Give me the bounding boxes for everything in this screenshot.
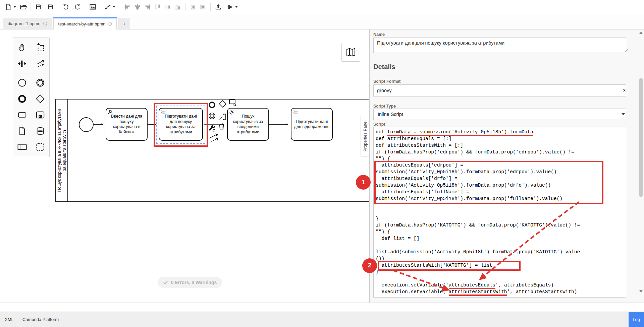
hand-tool-icon[interactable] xyxy=(13,40,31,56)
context-pad-append-gateway-icon[interactable] xyxy=(218,100,227,110)
code-line: def list = [] xyxy=(376,236,626,242)
unsaved-indicator-icon[interactable] xyxy=(43,22,47,25)
create-data-object-icon[interactable] xyxy=(13,123,31,139)
user-task-enter-data[interactable]: Ввести дані для пошуку користувача в Кей… xyxy=(106,108,148,141)
script-task-prepare-search-data[interactable]: Підготувати дані для пошуку користувача … xyxy=(159,108,203,141)
align-left-icon[interactable] xyxy=(122,2,132,12)
script-task-icon xyxy=(161,110,166,115)
script-format-input[interactable] xyxy=(373,84,626,96)
properties-panel-toggle-label: Properties Panel xyxy=(361,115,369,157)
properties-panel-toggle[interactable]: Properties Panel xyxy=(361,115,369,156)
xml-toggle[interactable]: XML xyxy=(5,317,14,322)
code-line: attributesEquals['edrpou'] = xyxy=(376,162,626,169)
context-pad-append-task-icon[interactable] xyxy=(228,99,236,108)
create-start-event-icon[interactable] xyxy=(13,75,31,91)
space-tool-icon[interactable] xyxy=(13,56,31,72)
task-label: Пошук користувачів за введеними атрибута… xyxy=(229,114,267,135)
context-pad-change-type-wrench-icon[interactable] xyxy=(208,124,216,133)
save-as-icon[interactable] xyxy=(45,2,55,12)
unsaved-indicator-icon[interactable] xyxy=(108,22,112,26)
align-center-icon[interactable] xyxy=(132,2,143,12)
minimap-toggle-button[interactable] xyxy=(341,43,360,62)
redo-icon[interactable] xyxy=(72,2,83,12)
panel-scrollbar[interactable] xyxy=(639,29,643,303)
lasso-tool-icon[interactable] xyxy=(31,40,49,56)
scroll-up-icon[interactable] xyxy=(639,31,643,34)
start-event[interactable] xyxy=(79,117,94,132)
create-end-event-icon[interactable] xyxy=(13,91,31,107)
context-pad-delete-trash-icon[interactable] xyxy=(218,123,225,132)
start-instance-icon[interactable] xyxy=(225,2,235,12)
chevron-down-icon xyxy=(622,113,625,115)
open-icon[interactable] xyxy=(18,2,28,12)
bottom-spacer xyxy=(0,303,644,312)
create-intermediate-event-icon[interactable] xyxy=(31,75,49,91)
create-gateway-icon[interactable] xyxy=(31,91,49,107)
context-pad-text-annotation-icon[interactable] xyxy=(218,113,227,123)
code-line: submission('Activity_0p5i18h').formData.… xyxy=(376,169,626,176)
script-editor[interactable]: def formData = submission('Activity_0p5i… xyxy=(373,127,626,298)
code-line: ()) xyxy=(376,256,626,262)
scrollbar-thumb[interactable] xyxy=(639,78,643,197)
bpmn-canvas[interactable]: Пошук користувача в киклок за атрібутами… xyxy=(0,29,369,303)
task-label: Ввести дані для пошуку користувача в Кей… xyxy=(108,114,145,135)
log-button[interactable]: Log xyxy=(629,312,644,327)
align-bottom-icon[interactable] xyxy=(173,2,183,12)
task-label: Підготувати дані для відображення xyxy=(293,119,330,130)
scroll-down-icon[interactable] xyxy=(639,290,643,292)
create-subprocess-icon[interactable] xyxy=(31,107,49,123)
tab-test-search-by-attr[interactable]: test-search-by-attr.bpmn xyxy=(53,17,117,29)
align-middle-icon[interactable] xyxy=(163,2,173,12)
red-underlined-code: attributesEquals xyxy=(449,282,495,289)
toolbar-separator xyxy=(85,3,85,11)
context-pad-append-end-event-icon[interactable] xyxy=(208,101,216,110)
clear-field-icon[interactable]: x xyxy=(623,87,626,92)
format-painter-icon[interactable] xyxy=(103,2,113,12)
modeler-window: diagram_1.bpmn test-search-by-attr.bpmn … xyxy=(0,0,644,327)
code-line: submission('Activity_0p5i18h').formData.… xyxy=(376,182,626,189)
distribute-horizontally-icon[interactable] xyxy=(188,2,198,12)
main-area: Пошук користувача в киклок за атрібутами… xyxy=(0,29,644,303)
new-file-caret-icon[interactable] xyxy=(13,6,16,8)
code-line: if (formData.hasProp('edrpou') && formDa… xyxy=(376,149,626,156)
resize-handle-icon[interactable] xyxy=(625,49,628,52)
align-top-icon[interactable] xyxy=(153,2,163,12)
create-participant-icon[interactable] xyxy=(13,139,31,155)
align-right-icon[interactable] xyxy=(143,2,153,12)
service-task-search-users[interactable]: Пошук користувачів за введеними атрибута… xyxy=(227,108,269,141)
script-task-prepare-display-data[interactable]: Підготувати дані для відображення xyxy=(291,108,333,141)
new-file-icon[interactable] xyxy=(3,2,13,12)
create-task-icon[interactable] xyxy=(13,107,31,123)
format-painter-caret-icon[interactable] xyxy=(113,6,115,8)
toolbar xyxy=(0,0,644,14)
create-data-store-icon[interactable] xyxy=(31,123,49,139)
undo-icon[interactable] xyxy=(60,2,70,12)
export-image-icon[interactable] xyxy=(88,2,98,12)
script-label: Script xyxy=(373,122,385,127)
distribute-vertically-icon[interactable] xyxy=(198,2,208,12)
context-pad-append-intermediate-event-icon[interactable] xyxy=(208,112,216,121)
script-type-select[interactable]: Inline Script xyxy=(373,109,626,120)
code-line xyxy=(376,209,626,216)
global-connect-tool-icon[interactable] xyxy=(31,56,49,72)
toolbar-separator xyxy=(58,3,58,11)
code-line: attributesEquals['drfo'] = xyxy=(376,176,626,182)
create-group-icon[interactable] xyxy=(31,139,49,155)
execution-platform[interactable]: Camunda Platform xyxy=(22,317,59,322)
start-instance-caret-icon[interactable] xyxy=(235,6,238,8)
status-bar: XML Camunda Platform Log xyxy=(0,312,644,327)
errors-warnings-badge[interactable]: 0 Errors, 0 Warnings xyxy=(158,277,222,288)
red-underlined-code: attributesStartsWith xyxy=(449,289,507,296)
code-line: execution.setVariable('attributesStartsW… xyxy=(376,289,626,296)
save-icon[interactable] xyxy=(33,2,43,12)
new-tab-button[interactable]: + xyxy=(118,18,130,29)
deploy-icon[interactable] xyxy=(213,2,223,12)
context-pad-connect-icon[interactable] xyxy=(209,133,219,144)
script-code: def formData = submission('Activity_0p5i… xyxy=(376,129,626,296)
code-line: } xyxy=(376,269,626,276)
tab-diagram-1[interactable]: diagram_1.bpmn xyxy=(3,18,52,29)
toolbar-separator xyxy=(100,3,100,11)
name-input[interactable]: Підготувати дані для пошуку користувача … xyxy=(373,38,626,53)
code-line: def attributesStartsWith = [:] xyxy=(376,142,626,149)
code-line: list.add(submission('Activity_0p5i18h').… xyxy=(376,249,626,256)
